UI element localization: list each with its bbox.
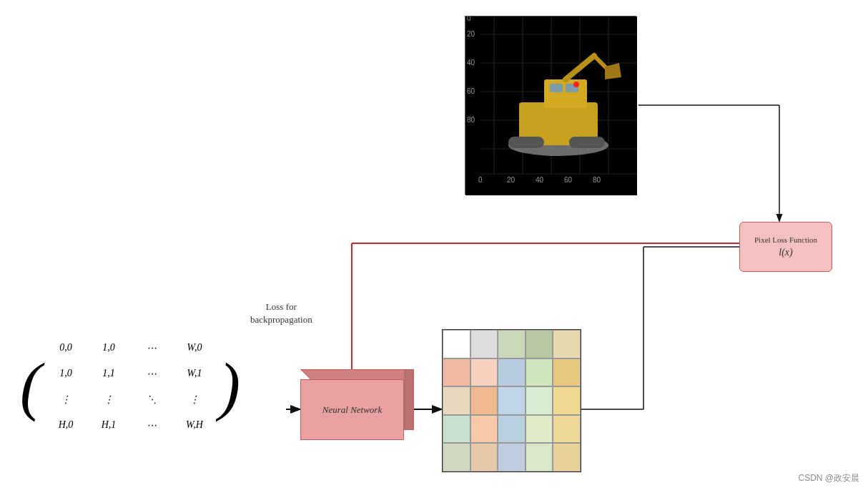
nn-box-top-face <box>300 369 414 379</box>
loss-function-formula: l(x) <box>779 247 792 258</box>
pixel-cell <box>470 386 498 415</box>
pixel-loss-function-box: Pixel Loss Function l(x) <box>739 222 832 272</box>
image-svg: 0 20 40 60 80 0 20 40 60 80 <box>465 16 637 195</box>
pixel-cell <box>443 386 470 415</box>
nn-box-right-face <box>404 369 414 430</box>
reference-image-panel: 0 20 40 60 80 0 20 40 60 80 <box>465 16 636 195</box>
pixel-grid-output <box>442 329 581 472</box>
image-panel-inner: 0 20 40 60 80 0 20 40 60 80 <box>465 16 636 194</box>
svg-text:20: 20 <box>507 176 516 184</box>
svg-text:60: 60 <box>467 87 475 95</box>
matrix-cell: ⋯ <box>130 342 173 354</box>
svg-text:0: 0 <box>478 176 483 184</box>
matrix-block: ( 0,0 1,0 ⋯ W,0 1,0 1,1 ⋯ W,1 ⋮ ⋮ ⋱ ⋮ H,… <box>20 329 240 444</box>
loss-function-title: Pixel Loss Function <box>754 235 817 244</box>
nn-box-front: Neural Network <box>300 379 404 440</box>
matrix-cell: ⋮ <box>87 394 130 406</box>
nn-label: Neural Network <box>322 404 382 416</box>
pixel-cell <box>553 330 581 358</box>
matrix-cell: H,1 <box>87 419 130 431</box>
matrix-cell: 1,0 <box>44 368 87 379</box>
matrix-cell: ⋯ <box>130 368 173 380</box>
pixel-cell <box>526 386 553 415</box>
pixel-cell <box>443 358 470 387</box>
matrix-cell: ⋯ <box>130 419 173 431</box>
pixel-cell <box>498 358 526 387</box>
pixel-cell <box>470 415 498 444</box>
pixel-cell <box>443 415 470 444</box>
pixel-cell <box>526 330 553 358</box>
pixel-cell <box>526 358 553 387</box>
matrix-cell: ⋱ <box>130 394 173 406</box>
diagram-container: ( 0,0 1,0 ⋯ W,0 1,0 1,1 ⋯ W,1 ⋮ ⋮ ⋱ ⋮ H,… <box>0 0 868 493</box>
svg-rect-38 <box>569 137 605 148</box>
matrix-cell: 0,0 <box>44 342 87 353</box>
pixel-cell <box>443 330 470 358</box>
svg-text:40: 40 <box>467 59 475 67</box>
pixel-cell <box>526 415 553 444</box>
neural-network-box: Neural Network <box>300 379 404 440</box>
svg-text:40: 40 <box>536 176 544 184</box>
pixel-cell <box>470 330 498 358</box>
matrix-cell: ⋮ <box>173 394 216 406</box>
pixel-cell <box>498 386 526 415</box>
matrix-cell: W,0 <box>173 342 216 353</box>
pixel-cell <box>553 415 581 444</box>
matrix-cell: 1,1 <box>87 368 130 379</box>
svg-rect-33 <box>544 79 587 108</box>
pixel-cell <box>553 443 581 472</box>
svg-rect-39 <box>550 84 563 92</box>
pixel-cell <box>498 330 526 358</box>
left-paren: ( <box>20 354 41 419</box>
pixel-cell <box>470 358 498 387</box>
svg-rect-37 <box>508 137 544 148</box>
svg-text:20: 20 <box>467 30 475 38</box>
svg-point-41 <box>573 82 579 87</box>
matrix-cell: 1,0 <box>87 342 130 353</box>
svg-text:0: 0 <box>467 16 471 22</box>
matrix-cell: W,H <box>173 419 216 431</box>
pixel-cell <box>498 415 526 444</box>
matrix-cell: ⋮ <box>44 394 87 406</box>
pixel-cell <box>553 358 581 387</box>
svg-text:80: 80 <box>593 176 601 184</box>
right-paren: ) <box>219 354 240 419</box>
pixel-cell <box>470 443 498 472</box>
svg-text:80: 80 <box>467 116 475 124</box>
pixel-cell <box>526 443 553 472</box>
watermark: CSDN @政安晨 <box>798 472 859 484</box>
matrix-content: 0,0 1,0 ⋯ W,0 1,0 1,1 ⋯ W,1 ⋮ ⋮ ⋱ ⋮ H,0 … <box>41 329 219 444</box>
svg-text:60: 60 <box>564 176 573 184</box>
pixel-cell <box>498 443 526 472</box>
matrix-cell: W,1 <box>173 368 216 379</box>
backprop-loss-label: Loss forbackpropagation <box>250 301 312 326</box>
pixel-cell <box>553 386 581 415</box>
pixel-cell <box>443 443 470 472</box>
matrix-cell: H,0 <box>44 419 87 431</box>
